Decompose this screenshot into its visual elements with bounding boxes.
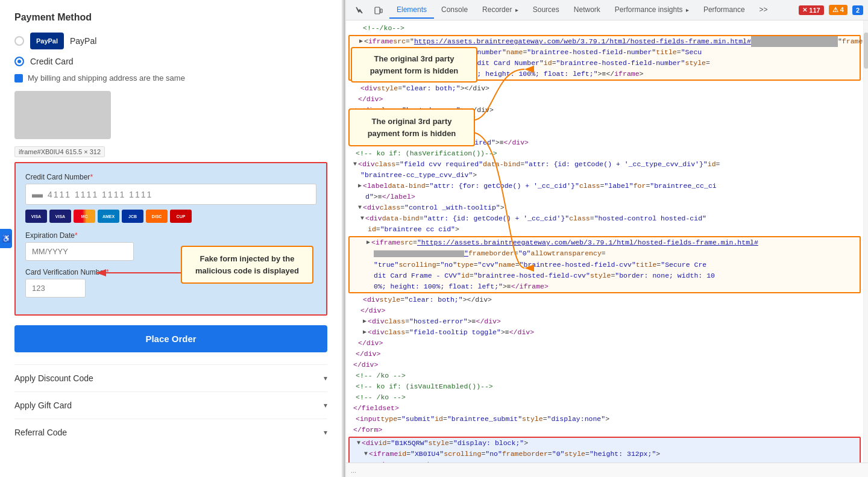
code-line[interactable]: ▼ <iframe id="XB0IU4" scrolling="no" fra… bbox=[350, 449, 860, 460]
annotation-hidden-box: The original 3rd partypayment form is hi… bbox=[351, 47, 477, 83]
code-area[interactable]: <!--/ko--> ▶ <iframe src="https://assets… bbox=[346, 20, 863, 463]
visa2-logo: VISA bbox=[49, 210, 71, 223]
code-line: </div> bbox=[346, 305, 863, 316]
billing-checkbox[interactable] bbox=[14, 74, 23, 83]
referral-chevron: ▾ bbox=[324, 428, 327, 437]
tab-performance[interactable]: Performance bbox=[696, 2, 752, 19]
tab-recorder[interactable]: Recorder ▸ bbox=[475, 2, 526, 19]
left-panel: Payment Method PayPal PayPal Credit Card… bbox=[0, 0, 342, 477]
card-logos: VISA VISA MC AMEX JCB DISC CUP bbox=[25, 210, 316, 223]
bottom-bar: ... bbox=[346, 463, 868, 477]
expand-arrow[interactable]: ▶ bbox=[359, 36, 363, 47]
code-line: <input type="submit" id="braintree_submi… bbox=[346, 414, 863, 425]
chip-icon: ▬ bbox=[32, 188, 43, 201]
paypal-option[interactable]: PayPal PayPal bbox=[14, 33, 327, 49]
warn-badge: ⚠ 4 bbox=[829, 5, 848, 15]
code-line: ▶ <label data-bind="attr: {for: getCode(… bbox=[346, 181, 863, 192]
code-line: 0%; height: 100%; float: left;"> ≡ </ifr… bbox=[350, 281, 860, 292]
svg-rect-1 bbox=[380, 9, 382, 13]
expiry-label: Expiration Date* bbox=[25, 231, 316, 240]
expiry-input[interactable] bbox=[25, 242, 134, 261]
cc-number-value: 4111 1111 1111 1111 bbox=[48, 190, 153, 199]
code-line: <!-- /ko --> bbox=[346, 370, 863, 381]
code-line: id="braintree cc cid"> bbox=[346, 224, 863, 235]
billing-checkbox-label: My billing and shipping address are the … bbox=[28, 73, 185, 83]
code-line: <div style="clear: both;"></div> bbox=[346, 83, 863, 94]
code-line: </div> bbox=[346, 349, 863, 360]
fake-form-area: Credit Card Number* ▬ 4111 1111 1111 111… bbox=[14, 162, 327, 316]
disc-logo: DISC bbox=[146, 210, 168, 223]
inspect-icon[interactable] bbox=[351, 2, 368, 19]
code-line: <!--/ko--> bbox=[346, 23, 863, 34]
tab-console[interactable]: Console bbox=[434, 2, 475, 19]
visa-logo: VISA bbox=[25, 210, 47, 223]
tab-more[interactable]: >> bbox=[752, 2, 775, 19]
code-line: █████████████████████████" frameborder="… bbox=[350, 248, 860, 260]
code-line: </div> bbox=[346, 94, 863, 105]
scrollbar-thumb[interactable] bbox=[864, 33, 868, 69]
code-line: "true" scrolling="no" type="cvv" name="b… bbox=[350, 260, 860, 270]
apply-gift-label: Apply Gift Card bbox=[14, 401, 72, 410]
code-line: </form> bbox=[346, 425, 863, 435]
code-wrapper: <!--/ko--> ▶ <iframe src="https://assets… bbox=[346, 20, 868, 463]
credit-card-radio[interactable] bbox=[14, 57, 24, 66]
code-line: ▶ <div class="hosted-error"> ≡ </div> bbox=[346, 316, 863, 327]
accessibility-icon[interactable]: ♿ bbox=[0, 229, 12, 248]
code-line: <!-- /ko --> bbox=[346, 392, 863, 403]
code-line: ▼ <div class="control _with-tooltip"> bbox=[346, 202, 863, 213]
amex-logo: AMEX bbox=[98, 210, 119, 223]
code-line[interactable]: ▶ #document == $0 bbox=[350, 460, 860, 463]
code-line: </div> bbox=[346, 338, 863, 349]
cc-number-input[interactable]: ▬ 4111 1111 1111 1111 bbox=[25, 184, 316, 205]
cup-logo: CUP bbox=[170, 210, 192, 223]
code-line: ▼ <div data-bind="attr: {id: getCode() +… bbox=[346, 213, 863, 224]
jcb-logo: JCB bbox=[122, 210, 143, 223]
code-line: <!-- ko if: (hasVerification())--> bbox=[346, 148, 863, 159]
code-line: <!-- ko if: (isVaultEnabled())--> bbox=[346, 381, 863, 392]
code-line[interactable]: ▼ <div id="B1K5QRW" style="display: bloc… bbox=[350, 438, 860, 449]
devtools-panel: Elements Console Recorder ▸ Sources Netw… bbox=[346, 0, 868, 477]
devtools-toolbar: Elements Console Recorder ▸ Sources Netw… bbox=[346, 0, 868, 20]
apply-discount-label: Apply Discount Code bbox=[14, 373, 93, 383]
code-line: "braintree-cc_type_cvv_div"> bbox=[346, 170, 863, 181]
cvv-input[interactable] bbox=[25, 279, 86, 298]
code-line: dit Card Frame - CVV" id="braintree-host… bbox=[350, 270, 860, 281]
annotation-hidden-box-abs: The original 3rd partypayment form is hi… bbox=[348, 108, 475, 146]
code-line[interactable]: ▶ <iframe src="https://assets.braintreeg… bbox=[350, 237, 860, 248]
device-icon[interactable] bbox=[370, 2, 387, 19]
devtools-tabs: Elements Console Recorder ▸ Sources Netw… bbox=[389, 0, 775, 20]
injected-div-highlight: ▼ <div id="B1K5QRW" style="display: bloc… bbox=[348, 437, 861, 463]
error-badge: ✕ 117 bbox=[799, 5, 823, 15]
paypal-logo: PayPal bbox=[30, 33, 64, 49]
tab-perf-insights[interactable]: Performance insights ▸ bbox=[608, 2, 696, 19]
code-line: </div> bbox=[346, 360, 863, 370]
place-order-button[interactable]: Place Order bbox=[14, 325, 327, 352]
cc-number-label: Credit Card Number* bbox=[25, 173, 316, 181]
card-image bbox=[14, 91, 111, 139]
tab-network[interactable]: Network bbox=[567, 2, 608, 19]
apply-gift-row[interactable]: Apply Gift Card ▾ bbox=[14, 391, 327, 419]
bottom-ellipsis: ... bbox=[351, 467, 356, 474]
referral-label: Referral Code bbox=[14, 428, 67, 437]
code-line: d"> ≡ </label> bbox=[346, 192, 863, 202]
credit-card-option[interactable]: Credit Card bbox=[14, 57, 327, 66]
billing-checkbox-row[interactable]: My billing and shipping address are the … bbox=[14, 73, 327, 83]
mc-logo: MC bbox=[74, 210, 95, 223]
tab-elements[interactable]: Elements bbox=[389, 2, 434, 19]
referral-row[interactable]: Referral Code ▾ bbox=[14, 419, 327, 446]
info-badge: 2 bbox=[852, 5, 863, 15]
scrollbar[interactable] bbox=[863, 20, 868, 463]
fake-form-annotation-box: Fake form injected by the malicious code… bbox=[181, 246, 313, 284]
iframe-cvv-highlight: ▶ <iframe src="https://assets.braintreeg… bbox=[348, 236, 861, 293]
credit-card-label: Credit Card bbox=[30, 57, 74, 66]
apply-discount-chevron: ▾ bbox=[324, 374, 327, 382]
section-title: Payment Method bbox=[14, 12, 327, 23]
code-line[interactable]: ▶ <iframe src="https://assets.braintreeg… bbox=[350, 36, 860, 47]
paypal-radio[interactable] bbox=[14, 36, 24, 46]
code-line: ▶ <div class="field-tooltip toggle"> ≡ <… bbox=[346, 327, 863, 338]
code-line: <div style="clear: both;"></div> bbox=[346, 295, 863, 305]
iframe-badge: iframe#XB0IU4 615.5 × 312 bbox=[14, 146, 105, 157]
tab-sources[interactable]: Sources bbox=[526, 2, 567, 19]
paypal-label: PayPal bbox=[70, 36, 96, 46]
apply-discount-row[interactable]: Apply Discount Code ▾ bbox=[14, 364, 327, 391]
